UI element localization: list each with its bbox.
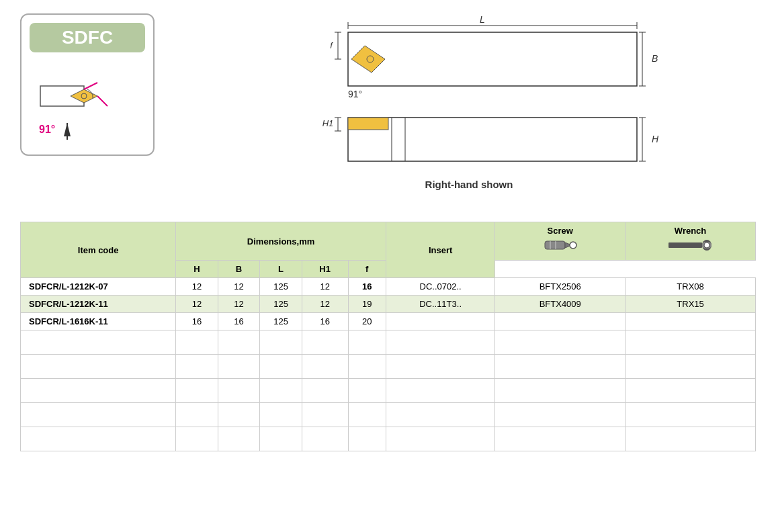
right-diagram-svg: L f 91° B (274, 13, 664, 208)
svg-text:Right-hand shown: Right-hand shown (425, 179, 513, 190)
table-cell-empty (302, 355, 348, 379)
table-cell-empty (21, 427, 176, 451)
table-cell-empty (260, 379, 302, 403)
table-row-empty (21, 379, 756, 403)
table-cell-empty (176, 403, 218, 427)
table-cell: 12 (302, 278, 348, 296)
col-wrench-header: Wrench (626, 222, 756, 261)
table-cell (626, 313, 756, 330)
table-cell: BFTX2506 (495, 278, 626, 296)
table-cell-empty (260, 355, 302, 379)
table-cell: 125 (260, 313, 302, 330)
table-cell: 12 (218, 278, 260, 296)
sdfc-diagram: 91° (30, 59, 145, 146)
table-cell-empty (386, 379, 495, 403)
table-cell-empty (495, 379, 626, 403)
table-cell-empty (21, 379, 176, 403)
wrench-icon (667, 236, 714, 255)
table-cell: TRX15 (626, 296, 756, 313)
table-cell: 12 (218, 296, 260, 313)
table-cell: 16 (348, 278, 386, 296)
wrench-label: Wrench (631, 226, 750, 236)
table-cell-empty (302, 403, 348, 427)
table-cell-empty (626, 427, 756, 451)
svg-rect-37 (545, 241, 565, 249)
svg-text:L: L (480, 14, 485, 25)
table-row-empty (21, 355, 756, 379)
table-cell-empty (386, 355, 495, 379)
table-cell-empty (218, 379, 260, 403)
sdfc-diagram-svg: 91° (34, 59, 141, 146)
table-cell: 20 (348, 313, 386, 330)
col-B: B (218, 261, 260, 278)
table-cell-empty (176, 379, 218, 403)
right-diagram: L f 91° B (181, 13, 756, 208)
table-cell: 12 (176, 296, 218, 313)
table-row-empty (21, 403, 756, 427)
col-H: H (176, 261, 218, 278)
table-cell-empty (626, 355, 756, 379)
table-cell-empty (218, 355, 260, 379)
item-code-cell: SDFCR/L-1616K-11 (21, 313, 176, 330)
svg-line-3 (84, 83, 97, 89)
table-cell: 125 (260, 278, 302, 296)
screw-icon (544, 236, 577, 255)
table-cell-empty (176, 355, 218, 379)
table-cell-empty (260, 330, 302, 355)
col-item-code: Item code (21, 222, 176, 278)
table-cell-empty (348, 355, 386, 379)
table-cell: 12 (302, 296, 348, 313)
table-cell-empty (348, 403, 386, 427)
table-cell (495, 313, 626, 330)
screw-label: Screw (501, 226, 619, 236)
table-cell-empty (495, 330, 626, 355)
table-cell-empty (386, 403, 495, 427)
table-cell: DC..0702.. (386, 278, 495, 296)
table-cell-empty (21, 330, 176, 355)
svg-rect-12 (348, 32, 637, 86)
table-cell-empty (626, 330, 756, 355)
table-section: Item code Dimensions,mm Insert Screw (20, 222, 756, 451)
table-cell-empty (348, 330, 386, 355)
table-cell: 19 (348, 296, 386, 313)
table-row: SDFCR/L-1616K-1116161251620 (21, 313, 756, 330)
table-cell: 16 (218, 313, 260, 330)
table-cell-empty (218, 403, 260, 427)
table-cell-empty (21, 355, 176, 379)
table-cell-empty (176, 427, 218, 451)
table-cell: TRX08 (626, 278, 756, 296)
table-cell-empty (348, 427, 386, 451)
svg-text:91°: 91° (39, 124, 55, 135)
table-cell-empty (21, 403, 176, 427)
table-cell: 125 (260, 296, 302, 313)
item-code-cell: SDFCR/L-1212K-07 (21, 278, 176, 296)
table-cell-empty (176, 330, 218, 355)
table-cell: 16 (176, 313, 218, 330)
svg-rect-42 (669, 242, 702, 248)
svg-marker-1 (71, 89, 97, 103)
svg-text:B: B (652, 53, 658, 64)
svg-point-41 (570, 242, 576, 249)
table-cell-empty (386, 330, 495, 355)
table-cell-empty (495, 355, 626, 379)
table-cell: 12 (176, 278, 218, 296)
table-cell-empty (495, 403, 626, 427)
svg-text:H: H (652, 134, 659, 144)
page-container: SDFC 91° (0, 0, 776, 532)
col-insert: Insert (386, 222, 495, 278)
table-cell-empty (260, 427, 302, 451)
table-cell-empty (386, 427, 495, 451)
col-screw-header: Screw (495, 222, 626, 261)
sdfc-title: SDFC (62, 27, 113, 48)
col-L: L (260, 261, 302, 278)
table-cell-empty (302, 379, 348, 403)
sdfc-title-box: SDFC (30, 23, 145, 52)
col-dimensions: Dimensions,mm (176, 222, 386, 261)
table-cell-empty (260, 403, 302, 427)
table-cell: 16 (302, 313, 348, 330)
col-f: f (348, 261, 386, 278)
col-H1: H1 (302, 261, 348, 278)
table-row: SDFCR/L-1212K-1112121251219DC..11T3..BFT… (21, 296, 756, 313)
table-cell (386, 313, 495, 330)
svg-line-4 (97, 96, 107, 106)
